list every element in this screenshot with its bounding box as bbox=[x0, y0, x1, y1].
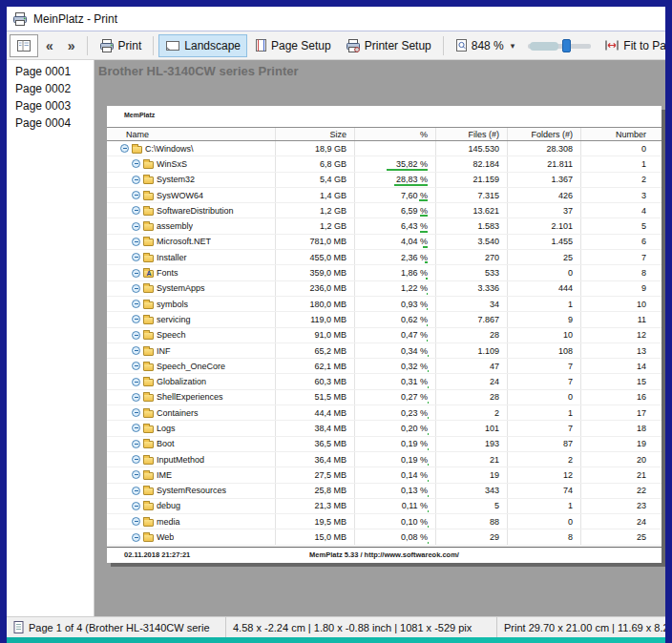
cell-size: 51,5 MB bbox=[276, 390, 355, 404]
cell-folders: 1 bbox=[508, 405, 581, 420]
cell-size: 36,5 MB bbox=[276, 437, 355, 451]
fit-width-label: Fit to Page Wi bbox=[623, 39, 665, 52]
tree-expander-icon bbox=[132, 191, 140, 199]
folder-name: assembly bbox=[157, 221, 193, 231]
folder-name: SysWOW64 bbox=[157, 191, 203, 200]
table-row: C:\Windows\ 18,9 GB 145.530 28.308 0 bbox=[107, 141, 662, 156]
tree-expander-icon bbox=[132, 440, 140, 448]
cell-folders: 0 bbox=[508, 514, 581, 529]
cell-files: 82.184 bbox=[436, 156, 508, 171]
table-row: Speech_OneCore 62,1 MB 0,32 % 47 7 14 bbox=[107, 359, 662, 374]
table-row: SysWOW64 1,4 GB 7,60 % 7.315 426 3 bbox=[107, 188, 662, 203]
cell-size: 180,0 MB bbox=[276, 297, 355, 311]
percent-value: 0,19 % bbox=[401, 455, 428, 465]
page-setup-icon bbox=[255, 38, 267, 52]
cell-percent: 0,93 % bbox=[355, 297, 436, 311]
cell-files: 2 bbox=[436, 405, 508, 420]
landscape-button[interactable]: Landscape bbox=[158, 34, 247, 57]
zoom-slider-handle[interactable] bbox=[562, 39, 571, 52]
folder-name: INF bbox=[157, 346, 171, 356]
sidebar-page-item[interactable]: Page 0003 bbox=[7, 97, 94, 114]
folder-name: ShellExperiences bbox=[157, 392, 223, 402]
cell-files: 13.621 bbox=[436, 203, 508, 218]
cell-folders: 1.367 bbox=[508, 173, 581, 187]
cell-percent: 35,82 % bbox=[355, 156, 436, 171]
status-page-icon bbox=[13, 621, 24, 633]
zoom-value: 848 % bbox=[472, 39, 504, 52]
cell-percent: 0,08 % bbox=[355, 529, 436, 544]
tree-expander-icon bbox=[132, 238, 140, 246]
percent-bar bbox=[427, 308, 428, 310]
percent-value: 2,36 % bbox=[401, 253, 428, 262]
tree-expander-icon bbox=[132, 253, 140, 261]
cell-number: 3 bbox=[581, 188, 662, 202]
fit-to-page-width-button[interactable]: Fit to Page Wi bbox=[598, 34, 665, 57]
cell-size: 65,2 MB bbox=[276, 343, 355, 358]
cell-files: 270 bbox=[436, 250, 508, 264]
fit-width-icon bbox=[604, 38, 620, 52]
printer-setup-button[interactable]: Printer Setup bbox=[339, 34, 438, 57]
cell-size: 15,0 MB bbox=[276, 529, 355, 544]
folder-name: SoftwareDistribution bbox=[157, 206, 234, 216]
table-row: Speech 91,0 MB 0,47 % 28 10 12 bbox=[107, 328, 662, 343]
cell-number: 5 bbox=[581, 218, 662, 233]
folder-icon bbox=[143, 457, 154, 465]
page-setup-label: Page Setup bbox=[271, 39, 331, 52]
status-print-size-section: Print 29.70 x 21.00 cm | 11.69 x 8.2 bbox=[497, 617, 665, 637]
folder-icon bbox=[143, 487, 154, 495]
preview-layout-button[interactable] bbox=[10, 34, 38, 57]
last-page-button[interactable]: » bbox=[61, 34, 82, 57]
tree-expander-icon bbox=[132, 206, 140, 215]
tree-expander-icon bbox=[132, 269, 140, 278]
tree-expander-icon bbox=[132, 378, 140, 386]
sidebar-page-item[interactable]: Page 0002 bbox=[7, 80, 94, 97]
cell-number: 6 bbox=[581, 235, 662, 249]
cell-number: 17 bbox=[581, 405, 662, 420]
cell-name: INF bbox=[107, 343, 276, 358]
cell-files: 34 bbox=[436, 297, 508, 311]
zoom-slider-fill bbox=[530, 42, 558, 51]
cell-name: Containers bbox=[107, 405, 276, 420]
cell-files: 29 bbox=[436, 529, 508, 544]
cell-files: 193 bbox=[436, 437, 508, 451]
cell-number: 9 bbox=[581, 281, 662, 296]
folder-icon bbox=[143, 208, 154, 216]
printer-setup-icon bbox=[346, 38, 361, 53]
tree-expander-icon bbox=[132, 424, 140, 432]
zoom-slider[interactable] bbox=[528, 37, 591, 54]
window-body: Page 0001Page 0002Page 0003Page 0004 Bro… bbox=[7, 60, 665, 616]
print-button[interactable]: Print bbox=[93, 34, 149, 57]
zoom-dropdown[interactable]: 848 % ▾ bbox=[449, 34, 522, 57]
cell-percent: 0,19 % bbox=[355, 452, 436, 467]
sidebar-page-item[interactable]: Page 0004 bbox=[7, 114, 94, 132]
folder-icon bbox=[143, 193, 154, 200]
cell-files: 88 bbox=[436, 514, 508, 529]
cell-name: Logs bbox=[107, 421, 276, 435]
cell-folders: 21.811 bbox=[508, 156, 581, 171]
percent-value: 1,22 % bbox=[401, 283, 428, 293]
cell-number: 22 bbox=[581, 484, 662, 498]
toolbar-separator bbox=[153, 36, 154, 55]
first-page-button[interactable]: « bbox=[39, 34, 60, 57]
tree-expander-icon bbox=[132, 362, 140, 370]
column-header: Number bbox=[581, 128, 662, 140]
page-setup-button[interactable]: Page Setup bbox=[248, 34, 338, 57]
cell-files: 28 bbox=[436, 328, 508, 342]
cell-number: 4 bbox=[581, 203, 662, 218]
folder-icon bbox=[143, 379, 154, 386]
percent-value: 0,23 % bbox=[401, 408, 428, 418]
folder-icon bbox=[143, 317, 154, 324]
cell-number: 18 bbox=[581, 421, 662, 435]
folder-name: Logs bbox=[157, 424, 176, 433]
cell-folders: 12 bbox=[508, 467, 581, 482]
folder-name: System32 bbox=[157, 175, 195, 184]
table-row: IME 27,5 MB 0,14 % 19 12 21 bbox=[107, 467, 662, 483]
cell-name: media bbox=[107, 514, 276, 529]
doc-rows: C:\Windows\ 18,9 GB 145.530 28.308 0 Win… bbox=[107, 141, 662, 546]
cell-files: 5 bbox=[436, 499, 508, 513]
cell-files: 3.336 bbox=[436, 281, 508, 296]
cell-folders: 9 bbox=[508, 312, 581, 326]
tree-expander-icon bbox=[132, 331, 140, 340]
sidebar-page-item[interactable]: Page 0001 bbox=[7, 63, 94, 80]
page-list: Page 0001Page 0002Page 0003Page 0004 bbox=[7, 60, 94, 616]
